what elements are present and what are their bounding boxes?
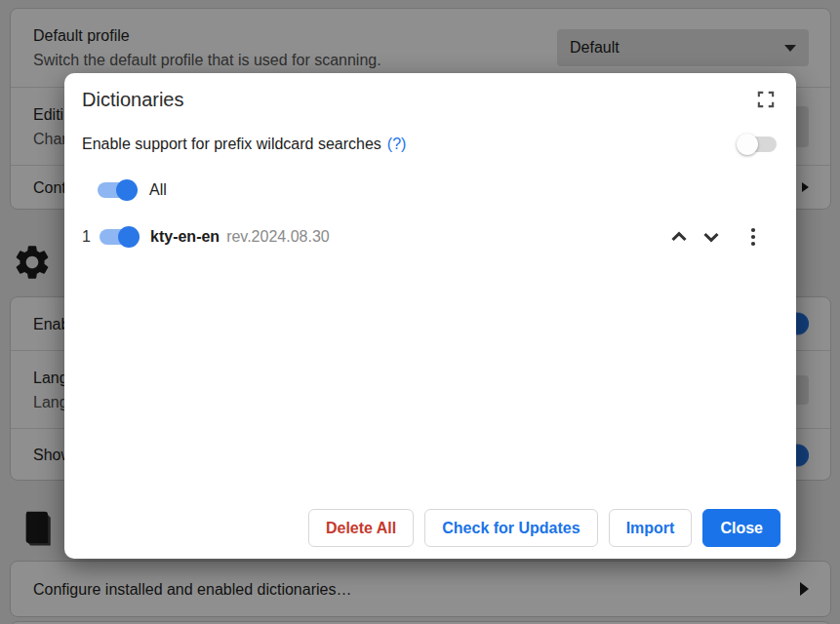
dictionary-toggle-knob xyxy=(118,226,140,248)
dictionary-revision: rev.2024.08.30 xyxy=(226,228,330,246)
close-button[interactable]: Close xyxy=(702,509,780,547)
all-label: All xyxy=(149,181,167,199)
all-row: All xyxy=(64,181,796,199)
dictionary-controls xyxy=(667,225,763,249)
move-up-button[interactable] xyxy=(667,225,691,249)
chevron-up-icon xyxy=(667,225,691,249)
modal-title: Dictionaries xyxy=(82,89,183,111)
dictionary-menu-button[interactable] xyxy=(743,225,763,249)
wildcard-help-link[interactable]: (?) xyxy=(387,136,407,153)
all-toggle-knob xyxy=(116,179,138,201)
fullscreen-button[interactable] xyxy=(755,89,777,110)
delete-all-button[interactable]: Delete All xyxy=(308,509,414,547)
dictionary-index: 1 xyxy=(82,228,92,246)
all-toggle[interactable] xyxy=(98,182,137,198)
import-button[interactable]: Import xyxy=(609,509,693,547)
dictionary-row: 1 kty-en-en rev.2024.08.30 xyxy=(64,225,796,249)
check-for-updates-button[interactable]: Check for Updates xyxy=(424,509,597,547)
dictionaries-modal: Dictionaries Enable support for prefix w… xyxy=(64,73,796,559)
modal-header: Dictionaries xyxy=(64,73,796,111)
wildcard-row: Enable support for prefix wildcard searc… xyxy=(64,136,796,153)
wildcard-toggle[interactable] xyxy=(738,136,777,152)
fullscreen-icon xyxy=(755,89,777,110)
wildcard-label: Enable support for prefix wildcard searc… xyxy=(82,136,381,153)
move-down-button[interactable] xyxy=(700,225,723,249)
dictionary-toggle[interactable] xyxy=(100,229,139,245)
wildcard-toggle-knob xyxy=(737,134,758,155)
dictionary-name: kty-en-en xyxy=(150,228,220,246)
kebab-menu-icon xyxy=(743,225,763,249)
modal-footer: Delete All Check for Updates Import Clos… xyxy=(64,509,796,559)
chevron-down-icon xyxy=(700,225,723,249)
